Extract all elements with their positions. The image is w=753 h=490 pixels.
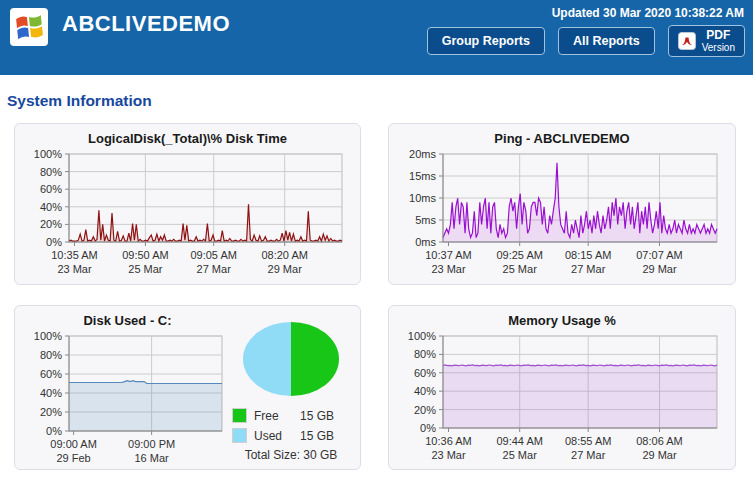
header: ABCLIVEDEMO Updated 30 Mar 2020 10:38:22…	[0, 0, 753, 75]
svg-text:60%: 60%	[40, 368, 62, 380]
svg-text:100%: 100%	[34, 330, 62, 342]
svg-text:09:00 PM: 09:00 PM	[128, 438, 175, 450]
disk-used-chart: 0%20%40%60%80%100%09:00 AM29 Feb09:00 PM…	[25, 330, 232, 469]
svg-text:27 Mar: 27 Mar	[571, 449, 606, 461]
windows-logo	[10, 8, 48, 46]
svg-text:07:07 AM: 07:07 AM	[636, 249, 682, 261]
svg-text:20ms: 20ms	[409, 148, 436, 160]
updated-timestamp: Updated 30 Mar 2020 10:38:22 AM	[552, 6, 744, 20]
svg-text:23 Mar: 23 Mar	[431, 449, 466, 461]
svg-text:0ms: 0ms	[415, 236, 436, 248]
svg-text:09:25 AM: 09:25 AM	[496, 249, 542, 261]
ping-chart: 0ms5ms10ms15ms20ms10:37 AM23 Mar09:25 AM…	[399, 148, 725, 280]
pie-total-size: Total Size: 30 GB	[232, 448, 350, 462]
pdf-button-label: PDF Version	[702, 29, 735, 53]
all-reports-button[interactable]: All Reports	[558, 27, 655, 55]
header-buttons: Group Reports All Reports PDF Version	[427, 25, 745, 57]
free-label: Free	[254, 409, 300, 423]
used-value: 15 GB	[300, 429, 334, 443]
ping-panel: Ping - ABCLIVEDEMO 0ms5ms10ms15ms20ms10:…	[388, 123, 736, 285]
memory-usage-title: Memory Usage %	[399, 313, 725, 328]
svg-text:20%: 20%	[40, 218, 62, 230]
used-label: Used	[254, 429, 300, 443]
svg-text:15ms: 15ms	[409, 170, 436, 182]
memory-usage-panel: Memory Usage % 0%20%40%60%80%100%10:36 A…	[388, 305, 736, 470]
svg-text:25 Mar: 25 Mar	[128, 263, 163, 275]
ping-title: Ping - ABCLIVEDEMO	[399, 131, 725, 146]
svg-text:16 Mar: 16 Mar	[134, 452, 169, 464]
svg-text:20%: 20%	[414, 404, 436, 416]
svg-text:09:00 AM: 09:00 AM	[50, 438, 96, 450]
page-title: ABCLIVEDEMO	[62, 11, 230, 37]
disk-time-panel: LogicalDisk(_Total)\% Disk Time 0%20%40%…	[14, 123, 361, 285]
svg-text:10ms: 10ms	[409, 192, 436, 204]
disk-used-pie-chart	[239, 319, 343, 403]
svg-text:27 Mar: 27 Mar	[571, 263, 606, 275]
disk-used-panel: Disk Used - C: 0%20%40%60%80%100%09:00 A…	[14, 305, 361, 470]
svg-text:08:20 AM: 08:20 AM	[261, 249, 307, 261]
svg-text:08:06 AM: 08:06 AM	[636, 435, 682, 447]
windows-flag-icon	[13, 12, 45, 42]
svg-text:0%: 0%	[46, 236, 62, 248]
svg-text:10:35 AM: 10:35 AM	[51, 249, 97, 261]
pdf-icon	[678, 32, 696, 50]
memory-usage-chart: 0%20%40%60%80%100%10:36 AM23 Mar09:44 AM…	[399, 330, 725, 466]
svg-text:100%: 100%	[34, 148, 62, 160]
svg-text:27 Mar: 27 Mar	[197, 263, 232, 275]
svg-text:25 Mar: 25 Mar	[503, 449, 538, 461]
svg-text:20%: 20%	[40, 406, 62, 418]
svg-text:09:50 AM: 09:50 AM	[122, 249, 168, 261]
svg-text:08:15 AM: 08:15 AM	[565, 249, 611, 261]
pdf-version-button[interactable]: PDF Version	[668, 25, 745, 57]
legend-row-free: Free 15 GB	[232, 408, 350, 423]
svg-text:10:36 AM: 10:36 AM	[425, 435, 471, 447]
svg-text:09:44 AM: 09:44 AM	[496, 435, 542, 447]
svg-text:60%: 60%	[414, 367, 436, 379]
free-swatch	[232, 408, 247, 423]
svg-text:29 Mar: 29 Mar	[268, 263, 303, 275]
svg-text:40%: 40%	[40, 201, 62, 213]
svg-text:5ms: 5ms	[415, 214, 436, 226]
svg-text:09:05 AM: 09:05 AM	[190, 249, 236, 261]
svg-text:25 Mar: 25 Mar	[503, 263, 538, 275]
free-value: 15 GB	[300, 409, 334, 423]
dashboard-grid: LogicalDisk(_Total)\% Disk Time 0%20%40%…	[14, 123, 736, 470]
svg-text:80%: 80%	[40, 166, 62, 178]
svg-text:29 Feb: 29 Feb	[56, 452, 90, 464]
svg-text:100%: 100%	[408, 330, 436, 342]
legend-row-used: Used 15 GB	[232, 428, 350, 443]
svg-text:80%: 80%	[414, 348, 436, 360]
pie-legend: Free 15 GB Used 15 GB Total Size: 30 GB	[232, 408, 350, 462]
svg-text:40%: 40%	[40, 387, 62, 399]
svg-text:08:55 AM: 08:55 AM	[565, 435, 611, 447]
disk-used-title: Disk Used - C:	[25, 313, 230, 328]
disk-time-chart: 0%20%40%60%80%100%10:35 AM23 Mar09:50 AM…	[25, 148, 350, 280]
section-title: System Information	[7, 92, 753, 110]
disk-time-title: LogicalDisk(_Total)\% Disk Time	[25, 131, 350, 146]
svg-text:60%: 60%	[40, 183, 62, 195]
svg-text:29 Mar: 29 Mar	[642, 263, 677, 275]
svg-text:29 Mar: 29 Mar	[642, 449, 677, 461]
svg-text:80%: 80%	[40, 349, 62, 361]
used-swatch	[232, 428, 247, 443]
svg-text:40%: 40%	[414, 385, 436, 397]
svg-text:23 Mar: 23 Mar	[57, 263, 92, 275]
group-reports-button[interactable]: Group Reports	[427, 27, 545, 55]
svg-text:0%: 0%	[46, 425, 62, 437]
svg-text:10:37 AM: 10:37 AM	[425, 249, 471, 261]
svg-text:0%: 0%	[420, 422, 436, 434]
svg-text:23 Mar: 23 Mar	[431, 263, 466, 275]
